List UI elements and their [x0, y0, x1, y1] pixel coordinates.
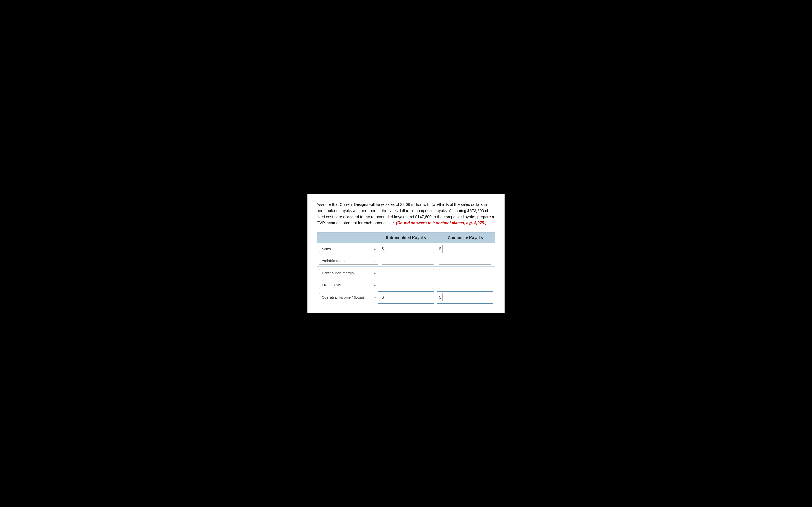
row-contribution-margin: Contribution margin ⌄	[317, 267, 495, 279]
operating-income-roto-dollar: $	[382, 295, 384, 299]
fixed-costs-roto-cell	[380, 281, 436, 289]
description-highlight: (Round answers to 0 decimal places, e.g.…	[396, 221, 486, 225]
operating-income-comp-dollar: $	[439, 295, 441, 299]
sales-comp-input[interactable]	[442, 245, 491, 253]
variable-costs-select[interactable]: Variable costs	[319, 257, 378, 265]
fixed-costs-comp-input[interactable]	[439, 281, 491, 289]
description-text: Assume that Current Designs will have sa…	[317, 202, 495, 226]
variable-costs-comp-cell	[437, 257, 493, 265]
operating-income-roto-cell: $	[380, 293, 436, 301]
page-wrapper: Assume that Current Designs will have sa…	[0, 0, 812, 507]
sales-roto-cell: $	[380, 245, 436, 253]
header-composite: Composite Kayaks	[436, 233, 495, 243]
sales-roto-input[interactable]	[385, 245, 434, 253]
sales-select[interactable]: Sales	[319, 245, 378, 253]
sales-comp-cell: $	[437, 245, 493, 253]
contribution-margin-roto-input[interactable]	[382, 269, 434, 277]
row-operating-income: Operating Income / (Loss) ⌄ $ $	[317, 291, 495, 303]
fixed-costs-comp-cell	[437, 281, 493, 289]
variable-costs-roto-input[interactable]	[382, 257, 434, 265]
row-fixed-costs: Fixed Costs ⌄	[317, 279, 495, 291]
operating-income-comp-cell: $	[437, 293, 493, 301]
separator-bottom	[317, 303, 495, 304]
label-fixed-costs: Fixed Costs ⌄	[319, 281, 378, 289]
label-variable-costs: Variable costs ⌄	[319, 257, 378, 265]
label-contribution-margin: Contribution margin ⌄	[319, 269, 378, 277]
contribution-margin-roto-cell	[380, 269, 436, 277]
label-sales: Sales ⌄	[319, 245, 378, 253]
variable-costs-roto-cell	[380, 257, 436, 265]
header-empty	[317, 233, 376, 243]
row-variable-costs: Variable costs ⌄	[317, 255, 495, 267]
operating-income-select[interactable]: Operating Income / (Loss)	[319, 293, 378, 301]
separator-1	[317, 267, 495, 267]
operating-income-roto-input[interactable]	[385, 293, 434, 301]
contribution-margin-comp-input[interactable]	[439, 269, 491, 277]
sales-comp-dollar: $	[439, 246, 441, 251]
label-operating-income: Operating Income / (Loss) ⌄	[319, 293, 378, 301]
header-rotomoulded: Rotomoulded Kayaks	[376, 233, 436, 243]
separator-2	[317, 291, 495, 291]
fixed-costs-select[interactable]: Fixed Costs	[319, 281, 378, 289]
fixed-costs-roto-input[interactable]	[382, 281, 434, 289]
contribution-margin-select[interactable]: Contribution margin	[319, 269, 378, 277]
table-header: Rotomoulded Kayaks Composite Kayaks	[317, 233, 495, 243]
contribution-margin-comp-cell	[437, 269, 493, 277]
operating-income-comp-input[interactable]	[442, 293, 491, 301]
variable-costs-comp-input[interactable]	[439, 257, 491, 265]
row-sales: Sales ⌄ $ $	[317, 243, 495, 255]
card: Assume that Current Designs will have sa…	[307, 193, 505, 314]
sales-roto-dollar: $	[382, 246, 384, 251]
cvp-table: Rotomoulded Kayaks Composite Kayaks Sale…	[317, 232, 495, 304]
